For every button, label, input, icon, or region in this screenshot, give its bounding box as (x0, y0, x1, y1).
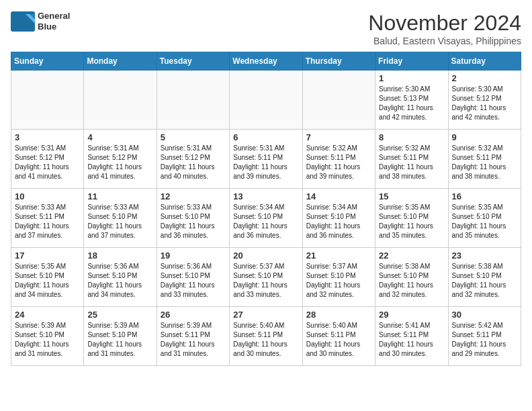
day-number: 21 (306, 250, 371, 261)
calendar-cell: 5Sunrise: 5:31 AM Sunset: 5:12 PM Daylig… (157, 130, 229, 189)
calendar-cell: 20Sunrise: 5:37 AM Sunset: 5:10 PM Dayli… (230, 248, 302, 307)
day-header-sunday: Sunday (11, 52, 84, 71)
calendar-cell: 17Sunrise: 5:35 AM Sunset: 5:10 PM Dayli… (11, 248, 84, 307)
day-number: 11 (87, 191, 152, 201)
day-number: 23 (452, 250, 517, 261)
calendar-cell: 28Sunrise: 5:40 AM Sunset: 5:11 PM Dayli… (302, 307, 375, 366)
day-info: Sunrise: 5:41 AM Sunset: 5:11 PM Dayligh… (379, 321, 444, 359)
logo-icon (11, 11, 35, 32)
day-number: 30 (452, 310, 517, 320)
day-number: 24 (15, 310, 80, 320)
month-title: November 2024 (368, 11, 521, 36)
week-row-5: 24Sunrise: 5:39 AM Sunset: 5:10 PM Dayli… (11, 307, 521, 366)
day-info: Sunrise: 5:37 AM Sunset: 5:10 PM Dayligh… (306, 262, 371, 300)
calendar-cell: 23Sunrise: 5:38 AM Sunset: 5:10 PM Dayli… (448, 248, 521, 307)
day-number: 22 (379, 250, 444, 261)
calendar-cell: 14Sunrise: 5:34 AM Sunset: 5:10 PM Dayli… (302, 189, 375, 248)
day-info: Sunrise: 5:35 AM Sunset: 5:10 PM Dayligh… (452, 203, 517, 240)
calendar-cell: 27Sunrise: 5:40 AM Sunset: 5:11 PM Dayli… (230, 307, 302, 366)
day-number: 27 (233, 310, 298, 320)
day-number: 12 (161, 191, 226, 201)
day-info: Sunrise: 5:38 AM Sunset: 5:10 PM Dayligh… (379, 262, 444, 300)
day-header-thursday: Thursday (302, 52, 375, 71)
calendar-cell: 12Sunrise: 5:33 AM Sunset: 5:10 PM Dayli… (157, 189, 229, 248)
logo-text: General Blue (38, 11, 70, 32)
day-number: 20 (233, 250, 298, 261)
day-info: Sunrise: 5:31 AM Sunset: 5:12 PM Dayligh… (87, 144, 152, 181)
calendar-cell: 29Sunrise: 5:41 AM Sunset: 5:11 PM Dayli… (375, 307, 448, 366)
calendar-cell: 3Sunrise: 5:31 AM Sunset: 5:12 PM Daylig… (11, 130, 84, 189)
calendar-cell: 25Sunrise: 5:39 AM Sunset: 5:10 PM Dayli… (84, 307, 157, 366)
day-info: Sunrise: 5:36 AM Sunset: 5:10 PM Dayligh… (87, 262, 152, 300)
calendar-cell: 21Sunrise: 5:37 AM Sunset: 5:10 PM Dayli… (302, 248, 375, 307)
day-number: 3 (15, 132, 80, 142)
day-info: Sunrise: 5:31 AM Sunset: 5:12 PM Dayligh… (15, 144, 80, 181)
day-header-saturday: Saturday (448, 52, 521, 71)
day-number: 29 (379, 310, 444, 320)
day-info: Sunrise: 5:39 AM Sunset: 5:10 PM Dayligh… (15, 321, 80, 359)
day-number: 7 (306, 132, 371, 142)
calendar-cell (230, 71, 302, 130)
day-info: Sunrise: 5:42 AM Sunset: 5:11 PM Dayligh… (452, 321, 517, 359)
calendar-cell: 24Sunrise: 5:39 AM Sunset: 5:10 PM Dayli… (11, 307, 84, 366)
calendar-cell: 19Sunrise: 5:36 AM Sunset: 5:10 PM Dayli… (157, 248, 229, 307)
day-number: 28 (306, 310, 371, 320)
day-info: Sunrise: 5:33 AM Sunset: 5:10 PM Dayligh… (161, 203, 226, 240)
day-info: Sunrise: 5:40 AM Sunset: 5:11 PM Dayligh… (233, 321, 298, 359)
day-info: Sunrise: 5:40 AM Sunset: 5:11 PM Dayligh… (306, 321, 371, 359)
week-row-3: 10Sunrise: 5:33 AM Sunset: 5:11 PM Dayli… (11, 189, 521, 248)
day-info: Sunrise: 5:36 AM Sunset: 5:10 PM Dayligh… (161, 262, 226, 300)
day-number: 18 (87, 250, 152, 261)
calendar-cell: 22Sunrise: 5:38 AM Sunset: 5:10 PM Dayli… (375, 248, 448, 307)
day-info: Sunrise: 5:37 AM Sunset: 5:10 PM Dayligh… (233, 262, 298, 300)
day-number: 14 (306, 191, 371, 201)
day-info: Sunrise: 5:30 AM Sunset: 5:12 PM Dayligh… (452, 85, 517, 122)
day-number: 6 (233, 132, 298, 142)
day-info: Sunrise: 5:30 AM Sunset: 5:13 PM Dayligh… (379, 85, 444, 122)
calendar-cell: 6Sunrise: 5:31 AM Sunset: 5:11 PM Daylig… (230, 130, 302, 189)
day-header-tuesday: Tuesday (157, 52, 229, 71)
day-number: 2 (452, 73, 517, 83)
day-info: Sunrise: 5:34 AM Sunset: 5:10 PM Dayligh… (233, 203, 298, 240)
logo: General Blue (11, 11, 70, 32)
calendar-cell: 10Sunrise: 5:33 AM Sunset: 5:11 PM Dayli… (11, 189, 84, 248)
day-number: 4 (87, 132, 152, 142)
day-number: 17 (15, 250, 80, 261)
calendar-cell: 13Sunrise: 5:34 AM Sunset: 5:10 PM Dayli… (230, 189, 302, 248)
week-row-2: 3Sunrise: 5:31 AM Sunset: 5:12 PM Daylig… (11, 130, 521, 189)
day-number: 5 (161, 132, 226, 142)
day-number: 19 (161, 250, 226, 261)
day-info: Sunrise: 5:31 AM Sunset: 5:11 PM Dayligh… (233, 144, 298, 181)
day-number: 10 (15, 191, 80, 201)
calendar-cell (157, 71, 229, 130)
calendar-cell: 26Sunrise: 5:39 AM Sunset: 5:11 PM Dayli… (157, 307, 229, 366)
day-info: Sunrise: 5:39 AM Sunset: 5:10 PM Dayligh… (87, 321, 152, 359)
day-header-monday: Monday (84, 52, 157, 71)
day-number: 15 (379, 191, 444, 201)
day-info: Sunrise: 5:32 AM Sunset: 5:11 PM Dayligh… (306, 144, 371, 181)
location-subtitle: Balud, Eastern Visayas, Philippines (368, 36, 521, 46)
day-number: 9 (452, 132, 517, 142)
day-info: Sunrise: 5:39 AM Sunset: 5:11 PM Dayligh… (161, 321, 226, 359)
day-info: Sunrise: 5:34 AM Sunset: 5:10 PM Dayligh… (306, 203, 371, 240)
day-number: 16 (452, 191, 517, 201)
calendar-cell: 8Sunrise: 5:32 AM Sunset: 5:11 PM Daylig… (375, 130, 448, 189)
calendar-cell: 30Sunrise: 5:42 AM Sunset: 5:11 PM Dayli… (448, 307, 521, 366)
day-number: 1 (379, 73, 444, 83)
page-header: General Blue November 2024 Balud, Easter… (11, 11, 521, 46)
day-info: Sunrise: 5:31 AM Sunset: 5:12 PM Dayligh… (161, 144, 226, 181)
calendar-cell (84, 71, 157, 130)
day-info: Sunrise: 5:38 AM Sunset: 5:10 PM Dayligh… (452, 262, 517, 300)
day-number: 26 (161, 310, 226, 320)
day-info: Sunrise: 5:35 AM Sunset: 5:10 PM Dayligh… (15, 262, 80, 300)
calendar-cell (302, 71, 375, 130)
calendar-cell: 16Sunrise: 5:35 AM Sunset: 5:10 PM Dayli… (448, 189, 521, 248)
calendar-cell: 4Sunrise: 5:31 AM Sunset: 5:12 PM Daylig… (84, 130, 157, 189)
calendar-cell: 15Sunrise: 5:35 AM Sunset: 5:10 PM Dayli… (375, 189, 448, 248)
calendar-cell (11, 71, 84, 130)
day-info: Sunrise: 5:32 AM Sunset: 5:11 PM Dayligh… (379, 144, 444, 181)
day-info: Sunrise: 5:33 AM Sunset: 5:11 PM Dayligh… (15, 203, 80, 240)
calendar-cell: 18Sunrise: 5:36 AM Sunset: 5:10 PM Dayli… (84, 248, 157, 307)
calendar-cell: 1Sunrise: 5:30 AM Sunset: 5:13 PM Daylig… (375, 71, 448, 130)
day-number: 8 (379, 132, 444, 142)
